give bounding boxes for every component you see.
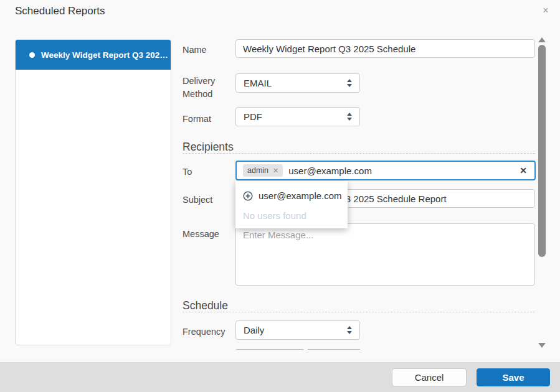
dialog-footer: Cancel Save [0, 362, 560, 392]
bullet-icon [29, 52, 35, 58]
subject-label: Subject [183, 194, 212, 207]
report-list-item-label: Weekly Widget Report Q3 202… [41, 50, 168, 60]
section-divider [183, 153, 535, 154]
frequency-value: Daily [244, 325, 264, 335]
format-label: Format [183, 113, 211, 126]
frequency-label: Frequency [183, 325, 225, 338]
name-input[interactable] [235, 39, 535, 58]
no-users-found-text: No users found [235, 205, 348, 221]
name-label: Name [183, 44, 207, 57]
recipients-section-heading: Recipients [183, 141, 234, 154]
scrollbar-down-arrow-icon[interactable] [538, 343, 546, 348]
add-recipient-option-label: user@example.com [259, 190, 342, 201]
select-arrows-icon [347, 326, 352, 334]
schedule-section-heading: Schedule [183, 299, 228, 312]
circle-plus-icon [243, 191, 253, 201]
delivery-method-select[interactable]: EMAIL [235, 73, 360, 93]
close-icon[interactable]: × [539, 4, 552, 17]
format-select[interactable]: PDF [235, 107, 360, 126]
recipient-chip: admin ✕ [243, 164, 283, 177]
frequency-select[interactable]: Daily [235, 320, 360, 340]
format-value: PDF [244, 111, 262, 122]
message-label: Message [183, 228, 219, 241]
clipped-field-underline [236, 349, 303, 350]
report-list: Weekly Widget Report Q3 202… [15, 39, 171, 345]
to-typed-text[interactable]: user@example.com [288, 166, 514, 176]
delivery-method-value: EMAIL [244, 78, 272, 88]
chip-remove-icon[interactable]: ✕ [273, 167, 278, 174]
message-textarea[interactable] [235, 223, 535, 286]
to-label: To [183, 166, 192, 179]
scrollbar-thumb[interactable] [538, 45, 546, 257]
delivery-method-label: Delivery Method [183, 75, 227, 101]
scrollbar-up-arrow-icon[interactable] [538, 37, 546, 42]
clear-input-icon[interactable]: ✕ [520, 166, 528, 175]
section-divider [183, 312, 535, 312]
dialog-title: Scheduled Reports [15, 5, 105, 17]
select-arrows-icon [347, 113, 352, 121]
cancel-button[interactable]: Cancel [392, 368, 467, 386]
to-recipients-input[interactable]: admin ✕ user@example.com ✕ [235, 161, 536, 180]
recipient-suggestions-dropdown: user@example.com No users found [235, 181, 348, 228]
select-arrows-icon [347, 79, 352, 87]
clipped-field-underline [308, 349, 360, 350]
save-button[interactable]: Save [477, 368, 550, 386]
report-list-item-selected[interactable]: Weekly Widget Report Q3 202… [16, 40, 171, 70]
recipient-chip-label: admin [247, 166, 268, 175]
scheduled-reports-dialog: Scheduled Reports × Weekly Widget Report… [0, 0, 560, 392]
add-recipient-option[interactable]: user@example.com [235, 187, 348, 205]
